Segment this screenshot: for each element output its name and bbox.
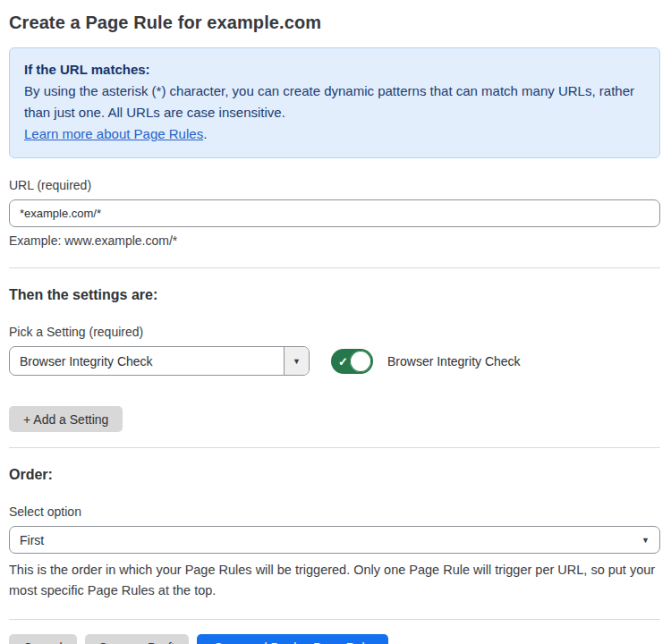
browser-integrity-toggle[interactable]: ✓ — [331, 349, 373, 374]
url-field-label: URL (required) — [9, 178, 660, 192]
add-setting-button[interactable]: + Add a Setting — [9, 406, 123, 432]
divider-order-actions — [9, 619, 660, 620]
setting-select[interactable]: Browser Integrity Check ▼ — [9, 346, 310, 376]
order-select-label: Select option — [9, 504, 660, 519]
settings-section-heading: Then the settings are: — [9, 287, 660, 303]
save-and-deploy-button[interactable]: Save and Deploy Page Rule — [197, 634, 388, 644]
toggle-knob — [350, 351, 371, 372]
info-box-heading: If the URL matches: — [24, 59, 645, 80]
link-suffix: . — [203, 126, 207, 141]
setting-select-arrow-button[interactable]: ▼ — [284, 347, 309, 375]
setting-select-value: Browser Integrity Check — [10, 347, 284, 375]
order-select-value: First — [20, 533, 44, 547]
create-page-rule-form: Create a Page Rule for example.com If th… — [0, 0, 671, 644]
order-section-heading: Order: — [9, 467, 660, 483]
url-input[interactable] — [9, 199, 660, 227]
chevron-down-icon: ▼ — [293, 357, 301, 366]
page-title: Create a Page Rule for example.com — [9, 13, 660, 33]
learn-more-link[interactable]: Learn more about Page Rules — [24, 126, 203, 141]
pick-setting-label: Pick a Setting (required) — [9, 325, 660, 339]
info-box-link-line: Learn more about Page Rules. — [24, 123, 645, 145]
url-example-helper: Example: www.example.com/* — [9, 233, 660, 248]
url-match-info-box: If the URL matches: By using the asteris… — [9, 47, 660, 158]
order-helper-text: This is the order in which your Page Rul… — [9, 560, 660, 601]
toggle-check-icon: ✓ — [338, 355, 348, 367]
cancel-button[interactable]: Cancel — [9, 634, 77, 644]
toggle-label: Browser Integrity Check — [387, 354, 521, 369]
setting-toggle-wrap: ✓ Browser Integrity Check — [331, 349, 521, 374]
divider-settings-order — [9, 447, 660, 448]
info-box-body: By using the asterisk (*) character, you… — [24, 80, 645, 123]
chevron-down-icon: ▼ — [641, 536, 650, 545]
form-actions: Cancel Save as Draft Save and Deploy Pag… — [9, 634, 660, 644]
save-as-draft-button[interactable]: Save as Draft — [85, 634, 190, 644]
setting-row: Browser Integrity Check ▼ ✓ Browser Inte… — [9, 346, 660, 376]
order-select[interactable]: First ▼ — [9, 526, 660, 554]
divider-url-settings — [9, 267, 660, 268]
